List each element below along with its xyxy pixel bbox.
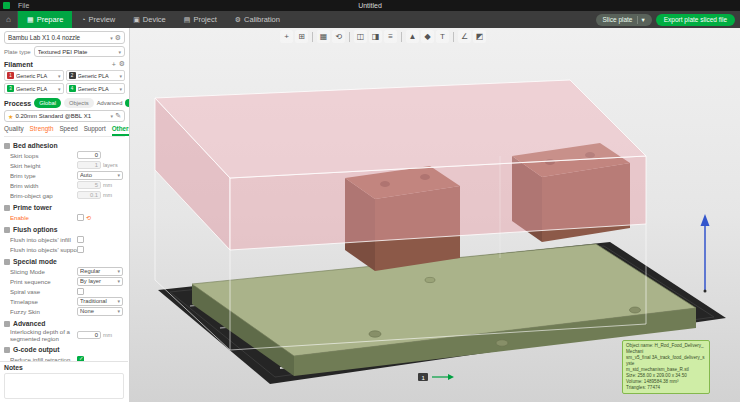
- toolbar-separator: [401, 32, 402, 42]
- filament-settings-gear-icon[interactable]: ⚙: [119, 60, 125, 68]
- prime-tower-enable-label: Enable: [10, 214, 77, 221]
- arrange-icon[interactable]: ▦: [317, 30, 330, 43]
- param-tab-speed[interactable]: Speed: [59, 125, 77, 136]
- slicing-mode-select[interactable]: Regular ▾: [77, 267, 123, 276]
- chevron-down-icon: ▾: [119, 73, 122, 79]
- tab-calibration[interactable]: ⚙ Calibration: [226, 11, 289, 28]
- plate-object-green[interactable]: [192, 244, 696, 376]
- chevron-down-icon[interactable]: ▾: [642, 16, 645, 24]
- edit-preset-pencil-icon[interactable]: ✎: [115, 112, 121, 120]
- filament-1[interactable]: 1 Generic PLA ▾: [4, 70, 64, 81]
- prepare-icon: ▦: [27, 16, 34, 24]
- revert-icon[interactable]: ⟲: [86, 214, 91, 221]
- spiral-vase-label: Spiral vase: [10, 288, 77, 295]
- seam-icon[interactable]: ◆: [421, 30, 434, 43]
- param-row: Brim-object gap 0.1 mm: [4, 190, 125, 200]
- param-row: Flush into objects' support: [4, 244, 125, 254]
- tab-preview-label: Preview: [89, 15, 116, 24]
- param-row: Flush into objects' infill: [4, 234, 125, 244]
- spiral-vase-checkbox[interactable]: [77, 288, 84, 295]
- section-prime-tower[interactable]: Prime tower: [4, 203, 125, 212]
- plate-tag[interactable]: 1: [418, 373, 428, 381]
- timelapse-select[interactable]: Traditional ▾: [77, 297, 123, 306]
- interlocking-depth-input[interactable]: 0: [77, 331, 101, 339]
- filament-1-name: Generic PLA: [16, 73, 56, 79]
- floating-object-pink[interactable]: [155, 80, 646, 250]
- section-gcode-output[interactable]: G-code output: [4, 345, 125, 354]
- fuzzy-skin-select[interactable]: None ▾: [77, 307, 123, 316]
- filament-4[interactable]: 4 Generic PLA ▾: [66, 83, 126, 94]
- flush-support-checkbox[interactable]: [77, 246, 84, 253]
- param-row: Brim width 5 mm: [4, 180, 125, 190]
- viewport-3d[interactable]: + ⊞ ▦ ⟲ ◫ ◨ ≡ ▲ ◆ T ∠ ◩: [130, 28, 740, 402]
- add-filament-icon[interactable]: +: [112, 61, 116, 68]
- param-tab-others[interactable]: Others: [112, 125, 130, 136]
- section-icon: [4, 321, 10, 327]
- section-bed-adhesion[interactable]: Bed adhesion: [4, 141, 125, 150]
- notes-textarea[interactable]: [4, 373, 124, 399]
- filament-3-name: Generic PLA: [16, 86, 56, 92]
- assembly-icon[interactable]: ◩: [473, 30, 486, 43]
- app-logo-icon: [3, 2, 10, 9]
- section-icon: [4, 143, 10, 149]
- tab-device[interactable]: ▣ Device: [124, 11, 175, 28]
- slicing-mode-label: Slicing Mode: [10, 268, 77, 275]
- print-sequence-label: Print sequence: [10, 278, 77, 285]
- tab-prepare[interactable]: ▦ Prepare: [18, 11, 72, 28]
- tab-project[interactable]: ▤ Project: [175, 11, 226, 28]
- brim-width-input[interactable]: 5: [77, 181, 101, 189]
- brim-type-value: Auto: [80, 172, 115, 178]
- section-gcode-output-title: G-code output: [13, 346, 59, 353]
- text-icon[interactable]: T: [436, 30, 449, 43]
- skirt-loops-input[interactable]: 0: [77, 151, 101, 159]
- advanced-toggle[interactable]: [125, 99, 130, 107]
- chevron-down-icon: ▾: [118, 49, 121, 55]
- skirt-loops-label: Skirt loops: [10, 152, 77, 159]
- variable-layer-height-icon[interactable]: ≡: [384, 30, 397, 43]
- chevron-down-icon: ▾: [117, 172, 120, 178]
- auto-orient-icon[interactable]: ⟲: [332, 30, 345, 43]
- brim-width-label: Brim width: [10, 182, 77, 189]
- flush-infill-checkbox[interactable]: [77, 236, 84, 243]
- param-row: Skirt loops 0: [4, 150, 125, 160]
- tab-preview[interactable]: ◔ Preview: [72, 11, 124, 28]
- brim-object-gap-input[interactable]: 0.1: [77, 191, 101, 199]
- measure-icon[interactable]: ∠: [458, 30, 471, 43]
- paint-support-icon[interactable]: ▲: [406, 30, 419, 43]
- add-object-icon[interactable]: +: [280, 30, 293, 43]
- filament-2[interactable]: 2 Generic PLA ▾: [66, 70, 126, 81]
- process-preset-select[interactable]: ★ 0.20mm Standard @BBL X1 ▾ ✎: [4, 110, 125, 122]
- chevron-down-icon: ▾: [58, 73, 61, 79]
- toolbar-separator: [349, 32, 350, 42]
- split-to-parts-icon[interactable]: ◨: [369, 30, 382, 43]
- filament-header-label: Filament: [4, 61, 109, 68]
- brim-type-select[interactable]: Auto ▾: [77, 171, 123, 180]
- slice-plate-button[interactable]: Slice plate ▾: [596, 14, 652, 26]
- brim-type-label: Brim type: [10, 172, 77, 179]
- add-plate-icon[interactable]: ⊞: [295, 30, 308, 43]
- printer-settings-gear-icon[interactable]: ⚙: [115, 34, 121, 42]
- param-tab-quality[interactable]: Quality: [4, 125, 24, 136]
- filament-3[interactable]: 3 Generic PLA ▾: [4, 83, 64, 94]
- prime-tower-enable-checkbox[interactable]: [77, 214, 84, 221]
- print-sequence-select[interactable]: By layer ▾: [77, 277, 123, 286]
- split-to-objects-icon[interactable]: ◫: [354, 30, 367, 43]
- param-tab-support[interactable]: Support: [84, 125, 106, 136]
- flush-support-label: Flush into objects' support: [10, 246, 77, 253]
- section-flush-options[interactable]: Flush options: [4, 225, 125, 234]
- filament-4-name: Generic PLA: [78, 86, 118, 92]
- section-prime-tower-title: Prime tower: [13, 204, 52, 211]
- param-tab-strength[interactable]: Strength: [30, 125, 54, 136]
- printer-select[interactable]: Bambu Lab X1 0.4 nozzle ▾ ⚙: [4, 31, 125, 44]
- menu-file[interactable]: File: [14, 2, 33, 9]
- skirt-height-input[interactable]: 1: [77, 161, 101, 169]
- fuzzy-skin-value: None: [80, 308, 115, 314]
- home-icon[interactable]: ⌂: [0, 11, 18, 28]
- process-mode-objects[interactable]: Objects: [64, 98, 94, 108]
- filament-section-header: Filament + ⚙: [4, 60, 125, 68]
- section-special-mode[interactable]: Special mode: [4, 257, 125, 266]
- export-sliced-file-button[interactable]: Export plate sliced file: [656, 14, 735, 26]
- process-mode-global[interactable]: Global: [34, 98, 61, 108]
- plate-type-select[interactable]: Textured PEI Plate ▾: [34, 46, 125, 57]
- section-advanced[interactable]: Advanced: [4, 319, 125, 328]
